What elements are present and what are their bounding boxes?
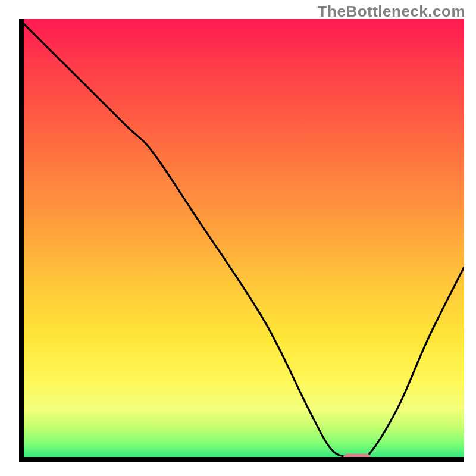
bottleneck-curve-path — [19, 19, 464, 461]
plot-area — [19, 19, 464, 462]
curve-svg — [19, 19, 464, 462]
chart-frame: TheBottleneck.com — [0, 0, 476, 476]
optimal-marker — [343, 453, 371, 461]
watermark-text: TheBottleneck.com — [318, 2, 465, 21]
